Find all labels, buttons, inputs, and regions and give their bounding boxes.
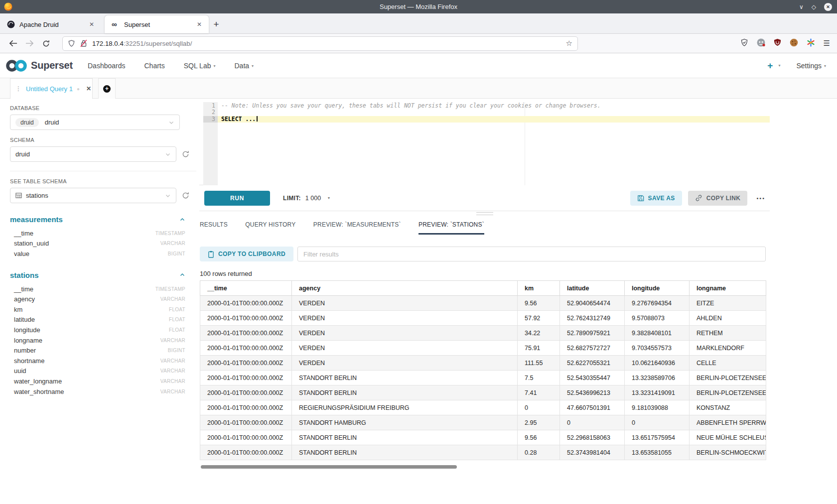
cell-km: 0: [518, 400, 560, 415]
horizontal-scrollbar[interactable]: [201, 465, 457, 469]
cell-longitude: 10.0621640936: [625, 356, 690, 371]
table-grid-icon: [15, 192, 22, 199]
column-type: VARCHAR: [160, 338, 185, 343]
nav-item-sql-lab[interactable]: SQL Lab▾: [182, 59, 218, 73]
refresh-tables-icon[interactable]: [182, 192, 189, 199]
limit-dropdown[interactable]: LIMIT: 1 000 ▾: [283, 195, 330, 202]
copy-to-clipboard-button[interactable]: COPY TO CLIPBOARD: [200, 247, 293, 261]
cell-time: 2000-01-01T00:00:00.000Z: [200, 311, 292, 326]
browser-tab-apache-druid[interactable]: Apache Druid ✕: [0, 15, 101, 33]
save-as-button[interactable]: SAVE AS: [630, 191, 682, 206]
drag-handle-icon[interactable]: ⋮: [15, 85, 21, 92]
table-name[interactable]: stations: [10, 271, 39, 279]
schema-column-row: value BIGINT: [14, 249, 185, 259]
query-tab-close-icon[interactable]: ✕: [86, 85, 91, 92]
sql-editor[interactable]: 1 2 3 -- Note: Unless you save your quer…: [199, 99, 770, 185]
cell-agency: VERDEN: [292, 326, 518, 341]
database-type-pill: druid: [15, 118, 39, 127]
pane-resize-handle[interactable]: [476, 212, 493, 215]
tab-close-icon[interactable]: ✕: [195, 20, 204, 29]
add-new-button[interactable]: +: [767, 60, 773, 71]
plus-circle-icon: +: [103, 85, 111, 93]
run-button[interactable]: RUN: [204, 191, 270, 206]
url-text[interactable]: 172.18.0.4:32251/superset/sqllab/: [92, 40, 566, 47]
cell-longname: BERLIN-SCHMOECKWITZ: [690, 445, 766, 460]
mask-extension-icon[interactable]: [757, 38, 765, 49]
chevron-up-icon[interactable]: [179, 272, 185, 278]
tab-preview-stations[interactable]: PREVIEW: `STATIONS`: [418, 221, 484, 235]
ublock-extension-icon[interactable]: [774, 38, 781, 48]
editor-gutter: 1 2 3: [203, 102, 218, 185]
cell-km: 7.5: [518, 371, 560, 385]
tab-results[interactable]: RESULTS: [200, 221, 228, 235]
column-name: water_shortname: [14, 388, 64, 395]
table-select[interactable]: stations: [10, 188, 176, 203]
privacy-shield-extension-icon[interactable]: [740, 38, 748, 49]
chevron-down-icon[interactable]: ▾: [778, 63, 780, 68]
cell-agency: STANDORT HAMBURG: [292, 415, 518, 430]
results-header-cell[interactable]: agency: [292, 281, 518, 296]
nav-item-data[interactable]: Data▾: [233, 59, 256, 73]
query-tab-untitled-1[interactable]: ⋮ Untitled Query 1 ● ✕: [10, 78, 93, 99]
table-row: 2000-01-01T00:00:00.000Z STANDORT BERLIN…: [200, 445, 766, 460]
filter-results-input[interactable]: [297, 247, 766, 261]
nav-item-dashboards[interactable]: Dashboards: [86, 59, 128, 73]
window-title: Superset — Mozilla Firefox: [0, 3, 837, 10]
cell-time: 2000-01-01T00:00:00.000Z: [200, 415, 292, 430]
column-type: VARCHAR: [160, 378, 185, 384]
refresh-schemas-icon[interactable]: [182, 150, 189, 158]
south-pane: RESULTS QUERY HISTORY PREVIEW: `MEASUREM…: [199, 211, 770, 469]
window-close-icon[interactable]: ✕: [824, 3, 832, 11]
url-bar[interactable]: 172.18.0.4:32251/superset/sqllab/ ☆: [62, 36, 578, 51]
schema-select[interactable]: druid: [10, 146, 176, 162]
cell-latitude: 52.7624312749: [560, 311, 625, 326]
table-schema-label: SEE TABLE SCHEMA: [10, 178, 189, 184]
more-options-button[interactable]: •••: [753, 195, 768, 201]
tab-query-history[interactable]: QUERY HISTORY: [245, 221, 295, 235]
editor-code-area[interactable]: -- Note: Unless you save your query, the…: [218, 102, 770, 185]
cell-longname: CELLE: [690, 356, 766, 371]
copy-link-button[interactable]: COPY LINK: [688, 191, 748, 206]
bookmark-star-icon[interactable]: ☆: [566, 39, 572, 48]
measurements-section-header[interactable]: measurements: [10, 215, 185, 224]
schema-column-row: __time TIMESTAMP: [14, 284, 185, 294]
cell-time: 2000-01-01T00:00:00.000Z: [200, 371, 292, 385]
back-button[interactable]: [7, 37, 19, 50]
menu-hamburger-icon[interactable]: ☰: [824, 39, 830, 48]
schema-column-row: agency VARCHAR: [14, 294, 185, 304]
database-select[interactable]: druid druid: [10, 115, 180, 130]
cell-latitude: 0: [560, 415, 625, 430]
table-row: 2000-01-01T00:00:00.000Z REGIERUNGSPRÄSI…: [200, 400, 766, 415]
tab-preview-measurements[interactable]: PREVIEW: `MEASUREMENTS`: [313, 221, 401, 235]
nav-item-charts[interactable]: Charts: [142, 59, 167, 73]
add-query-tab-button[interactable]: +: [98, 78, 116, 99]
reload-button[interactable]: [40, 37, 52, 50]
cookie-extension-icon[interactable]: [790, 38, 798, 49]
window-menu-chevron-icon[interactable]: ∨: [799, 3, 804, 10]
cell-time: 2000-01-01T00:00:00.000Z: [200, 326, 292, 341]
brand-name[interactable]: Superset: [31, 60, 73, 71]
tab-close-icon[interactable]: ✕: [87, 20, 96, 29]
results-header-row: __timeagencykmlatitudelongitudelongname: [200, 281, 766, 296]
colorful-asterisk-extension-icon[interactable]: [807, 38, 815, 49]
settings-menu[interactable]: Settings▾: [796, 62, 826, 70]
forward-button[interactable]: [23, 37, 35, 50]
results-header-cell[interactable]: latitude: [560, 281, 625, 296]
new-tab-button[interactable]: +: [209, 15, 224, 33]
results-header-cell[interactable]: km: [518, 281, 560, 296]
results-header-cell[interactable]: longitude: [625, 281, 690, 296]
results-header-cell[interactable]: longname: [690, 281, 766, 296]
results-header-cell[interactable]: __time: [200, 281, 292, 296]
window-restore-icon[interactable]: ◇: [812, 3, 816, 10]
insecure-lock-icon[interactable]: [80, 39, 87, 47]
cell-longitude: 13.3231419091: [625, 385, 690, 400]
table-row: 2000-01-01T00:00:00.000Z VERDEN 9.56 52.…: [200, 296, 766, 311]
chevron-up-icon[interactable]: [179, 217, 185, 223]
stations-section-header[interactable]: stations: [10, 271, 185, 279]
cell-latitude: 52.2968158063: [560, 430, 625, 445]
cell-longname: MARKLENDORF: [690, 341, 766, 356]
shield-icon[interactable]: [68, 39, 75, 47]
table-name[interactable]: measurements: [10, 215, 63, 224]
browser-tab-superset[interactable]: ∞ Superset ✕: [105, 15, 209, 33]
superset-logo[interactable]: [5, 58, 28, 73]
